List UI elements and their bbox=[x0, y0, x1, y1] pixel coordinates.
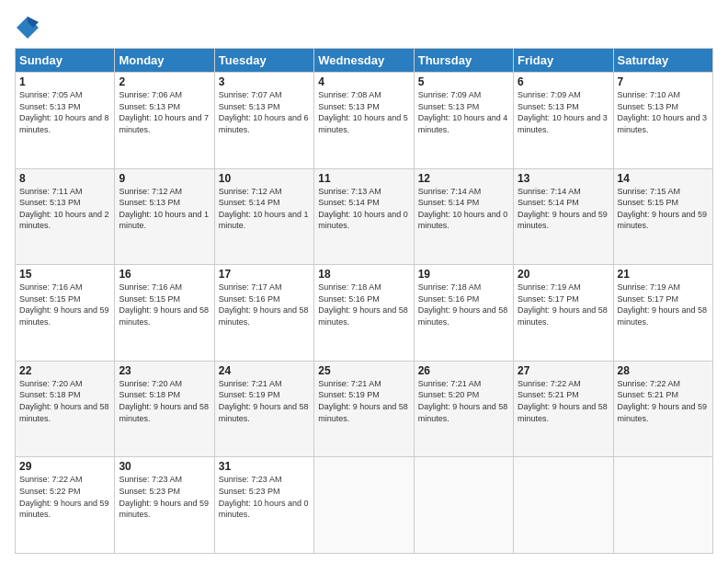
calendar-cell: 24 Sunrise: 7:21 AMSunset: 5:19 PMDaylig… bbox=[214, 361, 313, 457]
day-info: Sunrise: 7:23 AMSunset: 5:23 PMDaylight:… bbox=[219, 475, 309, 519]
day-number: 1 bbox=[19, 75, 110, 88]
day-number: 3 bbox=[219, 75, 310, 88]
day-info: Sunrise: 7:20 AMSunset: 5:18 PMDaylight:… bbox=[119, 379, 209, 423]
calendar-cell: 23 Sunrise: 7:20 AMSunset: 5:18 PMDaylig… bbox=[115, 361, 214, 457]
calendar-cell: 27 Sunrise: 7:22 AMSunset: 5:21 PMDaylig… bbox=[514, 361, 613, 457]
day-info: Sunrise: 7:19 AMSunset: 5:17 PMDaylight:… bbox=[618, 282, 708, 327]
calendar-cell: 11 Sunrise: 7:13 AMSunset: 5:14 PMDaylig… bbox=[314, 168, 414, 265]
day-info: Sunrise: 7:10 AMSunset: 5:13 PMDaylight:… bbox=[618, 90, 708, 134]
day-number: 30 bbox=[119, 460, 210, 473]
day-info: Sunrise: 7:18 AMSunset: 5:16 PMDaylight:… bbox=[418, 282, 508, 327]
calendar-week-1: 8 Sunrise: 7:11 AMSunset: 5:13 PMDayligh… bbox=[16, 168, 713, 265]
day-info: Sunrise: 7:15 AMSunset: 5:15 PMDaylight:… bbox=[618, 187, 708, 231]
weekday-row: SundayMondayTuesdayWednesdayThursdayFrid… bbox=[16, 49, 713, 73]
calendar-cell: 7 Sunrise: 7:10 AMSunset: 5:13 PMDayligh… bbox=[613, 73, 712, 169]
calendar-cell: 9 Sunrise: 7:12 AMSunset: 5:13 PMDayligh… bbox=[115, 168, 214, 265]
calendar-cell: 17 Sunrise: 7:17 AMSunset: 5:16 PMDaylig… bbox=[214, 265, 313, 362]
calendar-cell: 16 Sunrise: 7:16 AMSunset: 5:15 PMDaylig… bbox=[115, 265, 214, 362]
calendar-cell: 19 Sunrise: 7:18 AMSunset: 5:16 PMDaylig… bbox=[414, 265, 513, 362]
calendar-week-2: 15 Sunrise: 7:16 AMSunset: 5:15 PMDaylig… bbox=[16, 265, 713, 362]
day-number: 9 bbox=[119, 172, 210, 185]
calendar-cell: 2 Sunrise: 7:06 AMSunset: 5:13 PMDayligh… bbox=[115, 73, 214, 169]
day-number: 8 bbox=[19, 172, 110, 185]
day-info: Sunrise: 7:16 AMSunset: 5:15 PMDaylight:… bbox=[119, 282, 209, 327]
calendar-cell: 8 Sunrise: 7:11 AMSunset: 5:13 PMDayligh… bbox=[16, 168, 115, 265]
calendar-week-3: 22 Sunrise: 7:20 AMSunset: 5:18 PMDaylig… bbox=[16, 361, 713, 457]
day-info: Sunrise: 7:05 AMSunset: 5:13 PMDaylight:… bbox=[19, 90, 109, 134]
day-number: 2 bbox=[119, 75, 210, 88]
calendar-cell: 10 Sunrise: 7:12 AMSunset: 5:14 PMDaylig… bbox=[214, 168, 313, 265]
calendar-cell: 25 Sunrise: 7:21 AMSunset: 5:19 PMDaylig… bbox=[314, 361, 414, 457]
weekday-header-saturday: Saturday bbox=[613, 49, 712, 73]
calendar-cell: 28 Sunrise: 7:22 AMSunset: 5:21 PMDaylig… bbox=[613, 361, 712, 457]
logo-icon bbox=[15, 15, 40, 40]
day-number: 17 bbox=[219, 268, 310, 281]
calendar-cell: 30 Sunrise: 7:23 AMSunset: 5:23 PMDaylig… bbox=[115, 457, 214, 554]
calendar-header: SundayMondayTuesdayWednesdayThursdayFrid… bbox=[16, 49, 713, 73]
page: SundayMondayTuesdayWednesdayThursdayFrid… bbox=[0, 0, 728, 563]
calendar-cell: 22 Sunrise: 7:20 AMSunset: 5:18 PMDaylig… bbox=[16, 361, 115, 457]
day-info: Sunrise: 7:12 AMSunset: 5:14 PMDaylight:… bbox=[219, 187, 309, 231]
weekday-header-monday: Monday bbox=[115, 49, 214, 73]
calendar-cell: 1 Sunrise: 7:05 AMSunset: 5:13 PMDayligh… bbox=[16, 73, 115, 169]
day-info: Sunrise: 7:18 AMSunset: 5:16 PMDaylight:… bbox=[318, 282, 408, 327]
calendar-week-0: 1 Sunrise: 7:05 AMSunset: 5:13 PMDayligh… bbox=[16, 73, 713, 169]
day-info: Sunrise: 7:23 AMSunset: 5:23 PMDaylight:… bbox=[119, 475, 209, 519]
day-info: Sunrise: 7:21 AMSunset: 5:19 PMDaylight:… bbox=[219, 379, 309, 423]
calendar-cell: 21 Sunrise: 7:19 AMSunset: 5:17 PMDaylig… bbox=[613, 265, 712, 362]
day-number: 31 bbox=[219, 460, 310, 473]
day-number: 7 bbox=[618, 75, 709, 88]
day-info: Sunrise: 7:20 AMSunset: 5:18 PMDaylight:… bbox=[19, 379, 109, 423]
calendar-table: SundayMondayTuesdayWednesdayThursdayFrid… bbox=[15, 48, 713, 554]
day-number: 14 bbox=[618, 172, 709, 185]
day-number: 29 bbox=[19, 460, 110, 473]
day-number: 4 bbox=[318, 75, 409, 88]
weekday-header-sunday: Sunday bbox=[16, 49, 115, 73]
day-number: 25 bbox=[318, 364, 409, 377]
calendar-cell bbox=[414, 457, 513, 554]
calendar-body: 1 Sunrise: 7:05 AMSunset: 5:13 PMDayligh… bbox=[16, 73, 713, 554]
calendar-cell: 12 Sunrise: 7:14 AMSunset: 5:14 PMDaylig… bbox=[414, 168, 513, 265]
day-info: Sunrise: 7:09 AMSunset: 5:13 PMDaylight:… bbox=[518, 90, 608, 134]
calendar-cell: 6 Sunrise: 7:09 AMSunset: 5:13 PMDayligh… bbox=[514, 73, 613, 169]
day-number: 11 bbox=[318, 172, 409, 185]
calendar-cell: 13 Sunrise: 7:14 AMSunset: 5:14 PMDaylig… bbox=[514, 168, 613, 265]
day-number: 20 bbox=[518, 268, 609, 281]
day-number: 12 bbox=[418, 172, 509, 185]
day-number: 21 bbox=[618, 268, 709, 281]
weekday-header-tuesday: Tuesday bbox=[214, 49, 313, 73]
calendar-week-4: 29 Sunrise: 7:22 AMSunset: 5:22 PMDaylig… bbox=[16, 457, 713, 554]
day-number: 6 bbox=[518, 75, 609, 88]
day-info: Sunrise: 7:22 AMSunset: 5:21 PMDaylight:… bbox=[518, 379, 608, 423]
day-info: Sunrise: 7:17 AMSunset: 5:16 PMDaylight:… bbox=[219, 282, 309, 327]
day-number: 28 bbox=[618, 364, 709, 377]
day-info: Sunrise: 7:14 AMSunset: 5:14 PMDaylight:… bbox=[518, 187, 608, 231]
calendar-cell: 4 Sunrise: 7:08 AMSunset: 5:13 PMDayligh… bbox=[314, 73, 414, 169]
weekday-header-wednesday: Wednesday bbox=[314, 49, 414, 73]
header bbox=[15, 15, 713, 40]
day-number: 15 bbox=[19, 268, 110, 281]
day-number: 13 bbox=[518, 172, 609, 185]
calendar-cell bbox=[613, 457, 712, 554]
calendar-cell: 14 Sunrise: 7:15 AMSunset: 5:15 PMDaylig… bbox=[613, 168, 712, 265]
day-number: 16 bbox=[119, 268, 210, 281]
day-info: Sunrise: 7:09 AMSunset: 5:13 PMDaylight:… bbox=[418, 90, 508, 134]
day-info: Sunrise: 7:13 AMSunset: 5:14 PMDaylight:… bbox=[318, 187, 408, 231]
day-info: Sunrise: 7:22 AMSunset: 5:22 PMDaylight:… bbox=[19, 475, 109, 519]
calendar-cell bbox=[314, 457, 414, 554]
calendar-cell: 3 Sunrise: 7:07 AMSunset: 5:13 PMDayligh… bbox=[214, 73, 313, 169]
weekday-header-friday: Friday bbox=[514, 49, 613, 73]
day-info: Sunrise: 7:12 AMSunset: 5:13 PMDaylight:… bbox=[119, 187, 209, 231]
day-number: 18 bbox=[318, 268, 409, 281]
day-info: Sunrise: 7:16 AMSunset: 5:15 PMDaylight:… bbox=[19, 282, 109, 327]
day-info: Sunrise: 7:14 AMSunset: 5:14 PMDaylight:… bbox=[418, 187, 508, 231]
weekday-header-thursday: Thursday bbox=[414, 49, 513, 73]
calendar-cell: 18 Sunrise: 7:18 AMSunset: 5:16 PMDaylig… bbox=[314, 265, 414, 362]
day-info: Sunrise: 7:19 AMSunset: 5:17 PMDaylight:… bbox=[518, 282, 608, 327]
calendar-cell: 31 Sunrise: 7:23 AMSunset: 5:23 PMDaylig… bbox=[214, 457, 313, 554]
day-info: Sunrise: 7:21 AMSunset: 5:20 PMDaylight:… bbox=[418, 379, 508, 423]
day-number: 19 bbox=[418, 268, 509, 281]
calendar-cell: 26 Sunrise: 7:21 AMSunset: 5:20 PMDaylig… bbox=[414, 361, 513, 457]
calendar-cell: 29 Sunrise: 7:22 AMSunset: 5:22 PMDaylig… bbox=[16, 457, 115, 554]
day-number: 23 bbox=[119, 364, 210, 377]
